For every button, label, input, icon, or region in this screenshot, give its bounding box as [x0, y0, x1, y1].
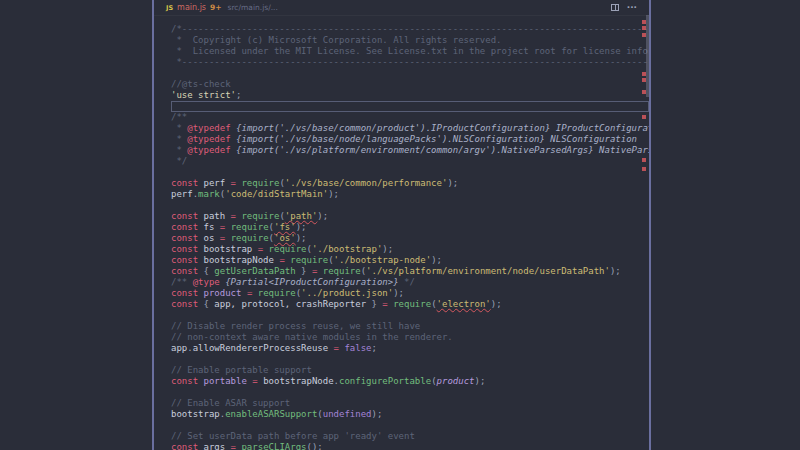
code-token: false: [344, 343, 371, 353]
code-area[interactable]: /*--------------------------------------…: [154, 24, 649, 450]
code-line: const path = require('path');: [171, 211, 649, 222]
code-token: *: [171, 134, 187, 144]
code-token: path: [198, 211, 231, 221]
code-line: * Copyright (c) Microsoft Corporation. A…: [171, 35, 649, 46]
code-line: const { getUserDataPath } = require('./v…: [171, 266, 649, 277]
code-line: const bootstrap = require('./bootstrap')…: [171, 244, 649, 255]
code-token: bootstrap: [171, 409, 220, 419]
code-token: * Copyright (c) Microsoft Corporation. A…: [171, 35, 502, 45]
code-line: * Licensed under the MIT License. See Li…: [171, 46, 649, 57]
ruler-error-mark: [642, 115, 646, 119]
tab-main-js[interactable]: JS main.js 9+: [166, 3, 222, 12]
code-line: /**: [171, 112, 649, 123]
code-token: @typedef: [187, 134, 230, 144]
code-token: {Partial<IProductConfiguration>}: [225, 277, 398, 287]
code-token: );: [296, 233, 307, 243]
code-token: );: [317, 211, 328, 221]
editor-group: JS main.js 9+ src/main.js/... ··· /*----…: [154, 0, 649, 450]
code-token: ;: [236, 90, 241, 100]
code-token: require: [290, 255, 328, 265]
code-token: require: [393, 299, 431, 309]
code-token: NLSConfiguration: [545, 134, 637, 144]
code-token: const: [171, 244, 198, 254]
code-token: {import('./vs/base/node/languagePacks').…: [236, 134, 545, 144]
code-token: allowRendererProcessReuse: [193, 343, 334, 353]
code-token: *: [171, 145, 187, 155]
code-token: IProductConfiguration: [550, 123, 649, 133]
code-token: './bootstrap-node': [334, 255, 432, 265]
code-token: './bootstrap': [312, 244, 382, 254]
code-token: *---------------------------------------…: [171, 57, 649, 67]
code-line: * @typedef {import('./vs/platform/enviro…: [171, 145, 649, 156]
code-line: const { app, protocol, crashReporter } =…: [171, 299, 649, 310]
code-token: portable: [204, 376, 247, 386]
code-line: [171, 420, 649, 431]
code-token: }: [296, 266, 307, 276]
squiggle-token: 'fs': [274, 222, 296, 232]
code-token: @typedef: [187, 123, 230, 133]
code-token: const: [171, 299, 198, 309]
code-token: parseCLIArgs: [241, 442, 306, 450]
code-line: app.allowRendererProcessReuse = false;: [171, 343, 649, 354]
code-token: //@ts-check: [171, 79, 231, 89]
code-line: //@ts-check: [171, 79, 649, 90]
code-token: bootstrapNode: [263, 376, 333, 386]
code-token: perf: [198, 178, 231, 188]
tab-bar: JS main.js 9+ src/main.js/... ···: [154, 0, 649, 16]
squiggle-token: 'path': [285, 211, 318, 221]
code-token: undefined: [323, 409, 372, 419]
code-token: );: [393, 288, 404, 298]
ruler-error-mark: [642, 167, 646, 171]
code-token: const: [171, 211, 198, 221]
code-token: );: [328, 189, 339, 199]
code-line: * @typedef {import('./vs/base/common/pro…: [171, 123, 649, 134]
scrollbar-thumb[interactable]: [646, 15, 649, 97]
code-token: require: [258, 288, 296, 298]
code-token: bootstrap: [198, 244, 258, 254]
code-token: // non-context aware native modules in t…: [171, 332, 453, 342]
code-token: );: [372, 409, 383, 419]
code-token: const: [171, 442, 198, 450]
squiggle-token: 'os': [274, 233, 296, 243]
code-token: @typedef: [187, 145, 230, 155]
split-editor-icon[interactable]: [611, 4, 619, 11]
code-token: require: [231, 233, 269, 243]
code-token: *: [171, 123, 187, 133]
code-token: '../product.json': [301, 288, 393, 298]
code-token: // Enable portable support: [171, 365, 312, 375]
code-token: './vs/platform/environment/node/userData…: [366, 266, 610, 276]
code-token: perf: [171, 189, 193, 199]
code-line: // Disable render process reuse, we stil…: [171, 321, 649, 332]
editor-actions: ···: [611, 0, 637, 15]
code-line: perf.mark('code/didStartMain');: [171, 189, 649, 200]
code-line: [171, 68, 649, 79]
code-token: // Enable ASAR support: [171, 398, 290, 408]
code-token: /**: [171, 277, 193, 287]
code-line: *---------------------------------------…: [171, 57, 649, 68]
code-token: );: [610, 266, 621, 276]
code-token: require: [323, 266, 361, 276]
more-actions-icon[interactable]: ···: [627, 4, 637, 11]
code-token: /**: [171, 112, 187, 122]
code-token: require: [231, 222, 269, 232]
code-token: const: [171, 376, 198, 386]
code-token: os: [198, 233, 220, 243]
code-line: const portable = bootstrapNode.configure…: [171, 376, 649, 387]
breadcrumb[interactable]: src/main.js/...: [228, 3, 278, 12]
code-token: 'use strict': [171, 90, 236, 100]
code-line: /*--------------------------------------…: [171, 24, 649, 35]
code-token: */: [171, 156, 187, 166]
code-line: const os = require('os');: [171, 233, 649, 244]
code-line: [171, 354, 649, 365]
code-line: const perf = require('./vs/base/common/p…: [171, 178, 649, 189]
code-token: 'code/didStartMain': [225, 189, 328, 199]
code-token: const: [171, 255, 198, 265]
centered-layout-right-sash[interactable]: [649, 0, 651, 450]
code-token: args: [198, 442, 231, 450]
code-token: getUserDataPath: [214, 266, 295, 276]
code-token: );: [431, 255, 442, 265]
code-token: {: [204, 299, 215, 309]
code-token: enableASARSupport: [225, 409, 317, 419]
code-token: );: [475, 376, 486, 386]
squiggle-token: 'electron': [437, 299, 491, 309]
